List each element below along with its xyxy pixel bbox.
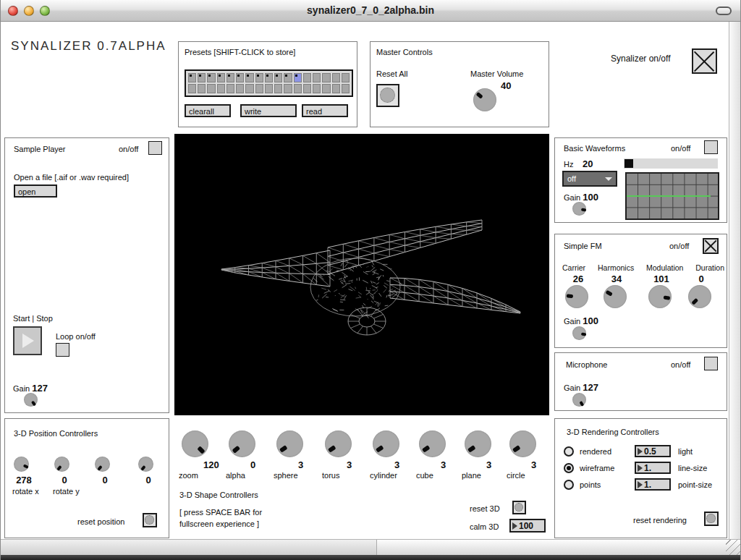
sample-gain-value: 127 (32, 383, 48, 394)
render-mode-radio-rendered[interactable] (564, 446, 574, 457)
fm-knob-carrier[interactable] (565, 285, 588, 308)
open-button[interactable]: open (14, 184, 57, 198)
preset-cell[interactable] (198, 84, 206, 93)
point-size-numbox[interactable]: 1. (635, 478, 671, 491)
preset-cell[interactable] (284, 84, 292, 93)
write-button[interactable]: write (240, 104, 297, 117)
shape-knob-circle[interactable] (509, 430, 536, 457)
preset-cell[interactable] (255, 84, 263, 93)
mic-gain-knob[interactable] (572, 393, 586, 407)
preset-cell[interactable] (226, 84, 234, 93)
horizontal-scrollbar-thumb[interactable] (1, 540, 377, 555)
sample-gain-label: Gain 127 (13, 383, 48, 394)
preset-cell[interactable] (284, 73, 292, 82)
preset-cell[interactable] (313, 84, 321, 93)
shape-knob-plane[interactable] (465, 430, 491, 457)
fm-value-carrier: 26 (564, 273, 593, 284)
preset-cell[interactable] (294, 73, 302, 82)
position-knob-1[interactable] (14, 457, 29, 472)
hz-slider[interactable] (624, 158, 718, 169)
fm-knob-harmonics[interactable] (604, 285, 627, 308)
read-button[interactable]: read (302, 104, 348, 117)
master-volume-value: 40 (501, 80, 511, 91)
shape-knob-cube[interactable] (419, 430, 446, 457)
position-knob-2[interactable] (54, 457, 69, 472)
preset-cell[interactable] (265, 73, 273, 82)
master-controls-panel: Master Controls Reset All Master Volume … (370, 41, 549, 127)
preset-cell[interactable] (245, 84, 253, 93)
microphone-panel: Microphone on/off Gain 127 (554, 352, 727, 411)
fm-knob-duration[interactable] (688, 285, 711, 308)
preset-cell[interactable] (198, 73, 206, 82)
synalizer-onoff-toggle[interactable] (692, 48, 717, 74)
master-volume-knob[interactable] (473, 88, 496, 111)
mic-onoff-toggle[interactable] (704, 357, 718, 370)
preset-cell[interactable] (322, 73, 330, 82)
waveform-select-dropdown[interactable]: off (562, 171, 617, 187)
preset-cell[interactable] (226, 73, 234, 82)
titlebar[interactable]: synalizer0_7_0_2alpha.bin (1, 0, 740, 22)
start-stop-label: Start | Stop (13, 314, 53, 323)
line-size-numbox[interactable]: 1. (635, 462, 671, 474)
preset-cell[interactable] (188, 84, 196, 93)
preset-cell[interactable] (332, 84, 340, 93)
preset-cell[interactable] (303, 73, 311, 82)
shape-knob-sphere[interactable] (276, 430, 303, 457)
render-mode-label-rendered: rendered (580, 447, 611, 456)
preset-cell[interactable] (303, 84, 311, 93)
calm-3d-numbox[interactable]: 100 (509, 519, 546, 533)
preset-cell[interactable] (274, 73, 282, 82)
preset-cell[interactable] (188, 73, 196, 82)
preset-cell[interactable] (313, 73, 321, 82)
preset-cell[interactable] (207, 84, 215, 93)
resize-grip[interactable] (726, 540, 741, 556)
app-window: synalizer0_7_0_2alpha.bin SYNALIZER 0.7A… (0, 0, 741, 560)
horizontal-scrollbar[interactable] (1, 539, 741, 555)
preset-cell[interactable] (342, 84, 350, 93)
preset-cell[interactable] (332, 73, 340, 82)
sample-onoff-toggle[interactable] (148, 141, 162, 155)
render-mode-label-wireframe: wireframe (580, 464, 614, 472)
light-numbox[interactable]: 0.5 (635, 445, 671, 457)
bw-onoff-toggle[interactable] (704, 140, 718, 154)
preset-cell[interactable] (342, 73, 350, 82)
preset-cell[interactable] (265, 84, 273, 93)
shape-knob-cylinder[interactable] (373, 430, 399, 457)
reset-position-bang-button[interactable] (143, 513, 157, 527)
hz-slider-thumb[interactable] (624, 159, 633, 168)
position-knob-4[interactable] (138, 457, 153, 472)
preset-cell[interactable] (217, 84, 225, 93)
preset-grid[interactable] (185, 69, 353, 97)
fm-gain-knob[interactable] (572, 326, 586, 340)
position-knob-3[interactable] (95, 457, 110, 472)
preset-cell[interactable] (322, 84, 330, 93)
shape-knob-alpha[interactable] (229, 430, 255, 457)
preset-cell[interactable] (274, 84, 282, 93)
mic-gain-value: 127 (583, 382, 598, 393)
reset-all-bang-button[interactable] (376, 84, 399, 107)
preset-cell[interactable] (245, 73, 253, 82)
fm-knob-modulation[interactable] (648, 285, 672, 308)
reset-3d-bang-button[interactable] (512, 501, 526, 514)
bw-gain-knob[interactable] (572, 202, 586, 216)
preset-cell[interactable] (294, 84, 302, 93)
preset-cell[interactable] (207, 73, 215, 82)
preset-cell[interactable] (236, 84, 244, 93)
reset-rendering-bang-button[interactable] (704, 512, 719, 526)
shape-knob-torus[interactable] (325, 430, 352, 457)
clearall-button[interactable]: clearall (185, 104, 231, 117)
toolbar-pill-button[interactable] (716, 7, 732, 15)
play-button[interactable] (13, 326, 42, 355)
render-mode-radio-wireframe[interactable] (564, 463, 574, 473)
preset-cell[interactable] (217, 73, 225, 82)
loop-toggle[interactable] (56, 343, 69, 357)
sample-gain-knob[interactable] (24, 393, 38, 407)
vertical-scrollbar[interactable] (729, 22, 741, 539)
preset-cell[interactable] (255, 73, 263, 82)
shape-knob-zoom[interactable] (182, 430, 208, 457)
render-mode-radio-points[interactable] (564, 480, 574, 490)
calm-3d-label: calm 3D (470, 522, 499, 531)
presets-panel: Presets [SHIFT-CLICK to store] clearall … (178, 41, 357, 127)
fm-onoff-toggle[interactable] (703, 238, 719, 254)
preset-cell[interactable] (236, 73, 244, 82)
